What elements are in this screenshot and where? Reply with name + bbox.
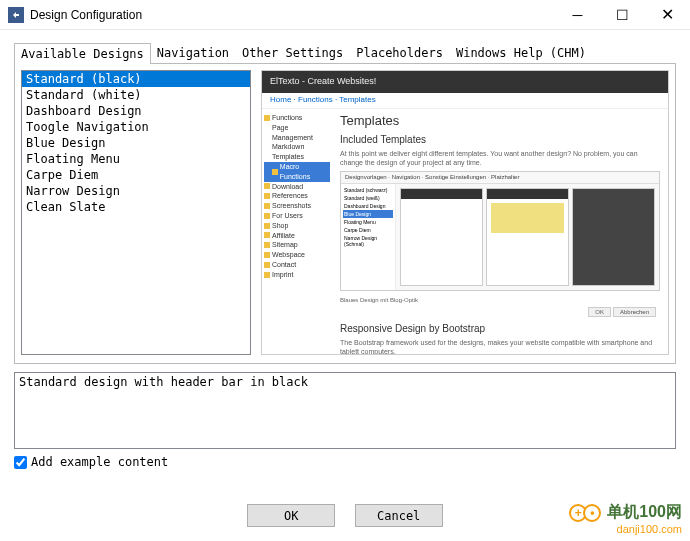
tab-windows-help[interactable]: Windows Help (CHM)	[449, 42, 593, 63]
list-item[interactable]: Carpe Diem	[22, 167, 250, 183]
preview-header: ElTexto - Create Websites!	[262, 71, 668, 93]
list-item[interactable]: Dashboard Design	[22, 103, 250, 119]
preview-h2: Included Templates	[340, 134, 660, 145]
tab-navigation[interactable]: Navigation	[150, 42, 236, 63]
preview-h3: Responsive Design by Bootstrap	[340, 323, 660, 334]
preview-sidebar: Functions Page Management Markdown Templ…	[262, 109, 332, 354]
ok-button[interactable]: OK	[247, 504, 335, 527]
preview-text: At this point we deliver eight different…	[340, 149, 660, 167]
minimize-button[interactable]: ─	[555, 0, 600, 29]
list-item[interactable]: Standard (black)	[22, 71, 250, 87]
designs-listbox[interactable]: Standard (black) Standard (white) Dashbo…	[21, 70, 251, 355]
watermark: +• 单机100网 danji100.com	[569, 502, 682, 535]
window-title: Design Configuration	[30, 8, 555, 22]
description-box: Standard design with header bar in black	[14, 372, 676, 449]
tab-other-settings[interactable]: Other Settings	[235, 42, 350, 63]
title-bar: Design Configuration ─ ☐ ✕	[0, 0, 690, 30]
add-example-checkbox[interactable]	[14, 456, 27, 469]
preview-mock-window: Designvorlagen · Navigation · Sonstige E…	[340, 171, 660, 291]
preview-h1: Templates	[340, 113, 660, 128]
list-item[interactable]: Floating Menu	[22, 151, 250, 167]
preview-main: Templates Included Templates At this poi…	[332, 109, 668, 354]
preview-text2: The Bootstrap framework used for the des…	[340, 338, 660, 355]
tab-placeholders[interactable]: Placeholders	[349, 42, 450, 63]
list-item[interactable]: Blue Design	[22, 135, 250, 151]
list-item[interactable]: Clean Slate	[22, 199, 250, 215]
preview-breadcrumbs: Home · Functions · Templates	[262, 93, 668, 109]
list-item[interactable]: Standard (white)	[22, 87, 250, 103]
tab-available-designs[interactable]: Available Designs	[14, 43, 151, 64]
tab-panel: Standard (black) Standard (white) Dashbo…	[14, 64, 676, 364]
cancel-button[interactable]: Cancel	[355, 504, 443, 527]
list-item[interactable]: Toogle Navigation	[22, 119, 250, 135]
maximize-button[interactable]: ☐	[600, 0, 645, 29]
add-example-label: Add example content	[31, 455, 168, 469]
design-preview: ElTexto - Create Websites! Home · Functi…	[261, 70, 669, 355]
list-item[interactable]: Narrow Design	[22, 183, 250, 199]
close-button[interactable]: ✕	[645, 0, 690, 29]
app-icon	[8, 7, 24, 23]
tab-bar: Available Designs Navigation Other Setti…	[14, 42, 676, 64]
